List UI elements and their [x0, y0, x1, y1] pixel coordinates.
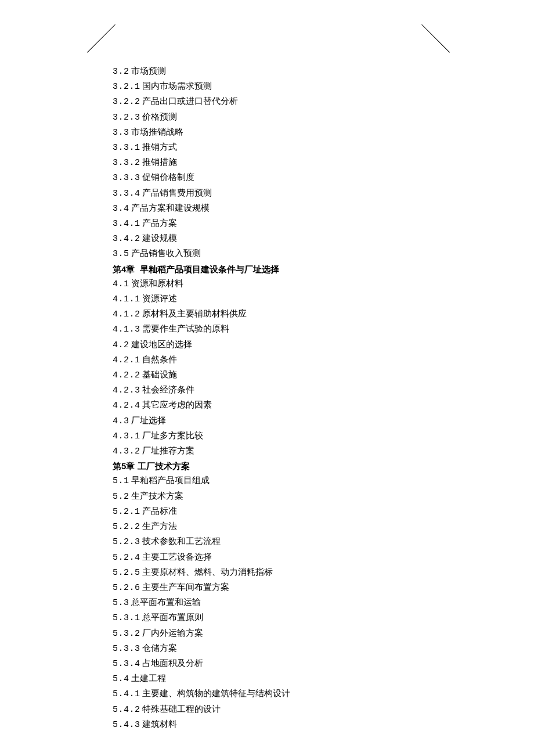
corner-top-left: [87, 52, 115, 80]
toc-title: 国内市场需求预测: [142, 81, 212, 91]
toc-number: 4.1: [113, 279, 129, 289]
toc-title: 建设地区的选择: [131, 340, 192, 349]
toc-title: 产品销售收入预测: [131, 249, 201, 258]
toc-chapter-heading: 第4章 早籼稻产品项目建设条件与厂址选择: [113, 262, 438, 276]
toc-entry: 4.2.4 其它应考虑的因素: [113, 398, 438, 413]
toc-title: 总平面布置和运输: [131, 597, 201, 607]
toc-title: 社会经济条件: [142, 385, 194, 394]
toc-entry: 3.3 市场推销战略: [113, 125, 438, 140]
toc-number: 3.2.3: [113, 113, 140, 123]
toc-title: 占地面积及分析: [142, 658, 203, 668]
toc-entry: 4.1.1 资源评述: [113, 291, 438, 307]
toc-number: 3.5: [113, 249, 129, 259]
toc-entry: 4.2.1 自然条件: [113, 352, 438, 368]
toc-number: 5.2: [113, 492, 129, 502]
toc-number: 5.2.3: [113, 537, 140, 547]
toc-title: 工厂技术方案: [138, 461, 190, 471]
toc-title: 早籼稻产品项目组成: [131, 476, 210, 485]
toc-entry: 5.3 总平面布置和运输: [113, 595, 438, 610]
toc-entry: 5.4.2 特殊基础工程的设计: [113, 702, 438, 717]
toc-number: 3.4.1: [113, 219, 140, 229]
toc-entry: 5.3.1 总平面布置原则: [113, 610, 438, 625]
toc-title: 产品标准: [142, 506, 177, 516]
toc-title: 生产技术方案: [131, 491, 183, 501]
toc-entry: 3.4.2 建设规模: [113, 231, 438, 246]
toc-title: 推销方式: [142, 142, 177, 152]
toc-number: 5.4: [113, 674, 129, 684]
toc-number: 5.2.6: [113, 583, 140, 593]
toc-number: 3.2: [113, 67, 129, 77]
toc-number: 3.4.2: [113, 234, 140, 244]
toc-entry: 5.2.5 主要原材料、燃料、动力消耗指标: [113, 565, 438, 580]
toc-number: 5.3.2: [113, 629, 140, 639]
toc-number: 5.1: [113, 476, 129, 486]
toc-number: 5.2.5: [113, 568, 140, 578]
toc-title: 厂内外运输方案: [142, 628, 203, 638]
toc-number: 3.3.2: [113, 158, 140, 168]
toc-number: 5.2.1: [113, 507, 140, 517]
toc-title: 基础设施: [142, 370, 177, 379]
toc-entry: 5.2.4 主要工艺设备选择: [113, 550, 438, 565]
toc-number: 4.3.1: [113, 431, 140, 441]
toc-entry: 3.5 产品销售收入预测: [113, 246, 438, 261]
toc-title: 资源和原材料: [131, 279, 183, 288]
toc-title: 市场预测: [131, 66, 166, 75]
toc-title: 主要建、构筑物的建筑特征与结构设计: [142, 689, 290, 698]
toc-title: 产品销售费用预测: [142, 188, 212, 197]
toc-entry: 4.2 建设地区的选择: [113, 337, 438, 352]
toc-number: 4.3.2: [113, 447, 140, 456]
toc-title: 需要作生产试验的原料: [142, 324, 229, 333]
toc-number: 5.4.2: [113, 705, 140, 715]
toc-title: 市场推销战略: [131, 127, 183, 136]
toc-title: 促销价格制度: [142, 172, 194, 182]
toc-title: 其它应考虑的因素: [142, 400, 212, 409]
toc-number: 4.2: [113, 340, 129, 350]
toc-entry: 5.3.2 厂内外运输方案: [113, 626, 438, 641]
toc-title: 总平面布置原则: [142, 613, 203, 622]
toc-chapter-heading: 第5章 工厂技术方案: [113, 459, 438, 473]
toc-number: 4.1.3: [113, 325, 140, 334]
toc-number: 第4章: [113, 264, 135, 274]
toc-title: 价格预测: [142, 112, 177, 121]
toc-number: 4.2.2: [113, 370, 140, 380]
toc-entry: 3.4.1 产品方案: [113, 216, 438, 231]
toc-entry: 5.2.2 生产方法: [113, 519, 438, 534]
toc-number: 5.3.3: [113, 644, 140, 654]
toc-entry: 5.4.1 主要建、构筑物的建筑特征与结构设计: [113, 686, 438, 701]
toc-number: 3.2.1: [113, 82, 140, 92]
toc-title: 技术参数和工艺流程: [142, 537, 221, 546]
toc-number: 3.3.1: [113, 143, 140, 153]
toc-title: 资源评述: [142, 294, 177, 303]
toc-number: 4.2.1: [113, 355, 140, 365]
toc-number: 5.4.3: [113, 720, 140, 730]
toc-number: 3.2.2: [113, 97, 140, 107]
toc-title: 建设规模: [142, 233, 177, 243]
toc-number: 3.3: [113, 128, 129, 138]
toc-title: 产品方案和建设规模: [131, 203, 210, 213]
toc-title: 早籼稻产品项目建设条件与厂址选择: [140, 264, 279, 274]
toc-number: 5.3: [113, 598, 129, 608]
toc-title: 原材料及主要辅助材料供应: [142, 309, 247, 318]
toc-number: 3.4: [113, 204, 129, 214]
toc-title: 主要生产车间布置方案: [142, 582, 229, 592]
toc-number: 5.2.4: [113, 553, 140, 563]
page-frame: 3.2 市场预测3.2.1 国内市场需求预测3.2.2 产品出口或进口替代分析3…: [87, 52, 450, 704]
toc-entry: 3.3.2 推销措施: [113, 155, 438, 170]
toc-number: 4.2.3: [113, 386, 140, 395]
toc-number: 第5章: [113, 461, 135, 471]
toc-entry: 3.4 产品方案和建设规模: [113, 201, 438, 216]
toc-entry: 5.2 生产技术方案: [113, 489, 438, 504]
toc-entry: 3.2.1 国内市场需求预测: [113, 79, 438, 94]
toc-title: 主要原材料、燃料、动力消耗指标: [142, 567, 273, 577]
toc-title: 特殊基础工程的设计: [142, 704, 221, 714]
toc-entry: 4.2.2 基础设施: [113, 368, 438, 383]
toc-number: 5.4.1: [113, 689, 140, 699]
toc-entry: 4.1.2 原材料及主要辅助材料供应: [113, 307, 438, 322]
toc-entry: 5.3.4 占地面积及分析: [113, 656, 438, 671]
toc-number: 5.2.2: [113, 522, 140, 532]
toc-title: 厂址多方案比较: [142, 431, 203, 440]
toc-entry: 5.2.1 产品标准: [113, 504, 438, 519]
toc-title: 推销措施: [142, 157, 177, 167]
toc-entry: 4.3 厂址选择: [113, 413, 438, 429]
toc-entry: 5.4 土建工程: [113, 671, 438, 686]
